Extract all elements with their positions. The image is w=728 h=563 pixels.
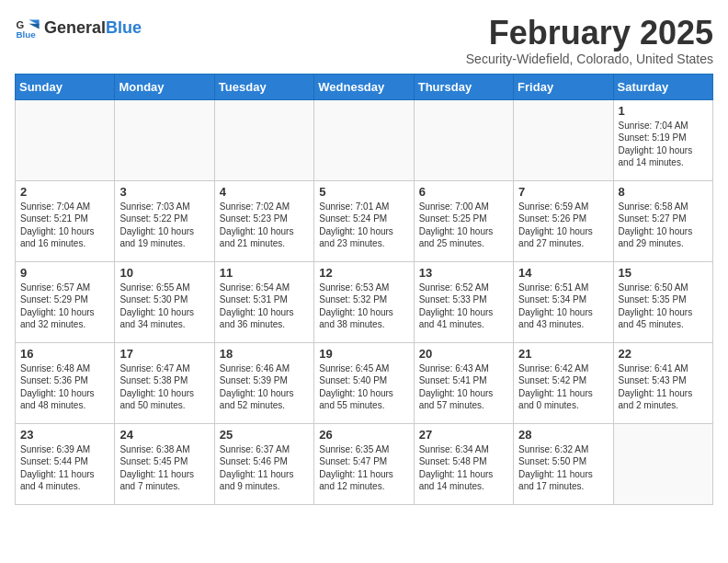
calendar-cell (115, 99, 214, 180)
calendar-cell: 13Sunrise: 6:52 AMSunset: 5:33 PMDayligh… (414, 261, 513, 342)
day-info: Sunset: 5:24 PM (319, 213, 408, 225)
day-info: Sunset: 5:48 PM (419, 455, 508, 468)
day-info: and 57 minutes. (419, 399, 508, 412)
day-info: Sunrise: 6:59 AM (518, 201, 608, 213)
day-info: Daylight: 11 hours (119, 468, 209, 481)
day-info: Sunset: 5:44 PM (20, 455, 109, 468)
day-number: 13 (419, 266, 508, 280)
day-info: Daylight: 11 hours (619, 387, 708, 400)
day-info: Sunrise: 6:58 AM (619, 201, 708, 213)
calendar-cell: 23Sunrise: 6:39 AMSunset: 5:44 PMDayligh… (16, 423, 115, 504)
day-number: 2 (20, 185, 109, 199)
day-info: Sunrise: 7:00 AM (419, 201, 508, 213)
day-info: Sunset: 5:30 PM (119, 293, 209, 306)
calendar-cell: 25Sunrise: 6:37 AMSunset: 5:46 PMDayligh… (214, 423, 313, 504)
day-info: and 48 minutes. (20, 399, 109, 412)
day-info: Sunrise: 6:50 AM (619, 282, 708, 294)
day-number: 3 (119, 185, 209, 199)
day-info: and 7 minutes. (119, 480, 209, 493)
calendar-table: SundayMondayTuesdayWednesdayThursdayFrid… (15, 74, 713, 505)
day-info: Sunrise: 6:35 AM (319, 443, 408, 456)
day-info: and 0 minutes. (518, 399, 608, 412)
calendar-cell: 16Sunrise: 6:48 AMSunset: 5:36 PMDayligh… (16, 342, 115, 423)
day-info: Sunset: 5:36 PM (20, 374, 109, 387)
day-info: Sunrise: 6:41 AM (619, 362, 708, 375)
calendar-cell (314, 99, 414, 180)
day-info: Sunrise: 6:42 AM (518, 362, 608, 375)
day-info: Daylight: 10 hours (319, 306, 408, 319)
day-info: Sunrise: 7:04 AM (20, 201, 109, 213)
calendar-cell: 11Sunrise: 6:54 AMSunset: 5:31 PMDayligh… (214, 261, 313, 342)
day-info: Daylight: 10 hours (220, 225, 309, 238)
day-info: Sunrise: 6:55 AM (119, 282, 209, 294)
day-info: Sunset: 5:42 PM (518, 374, 608, 387)
calendar-week-5: 23Sunrise: 6:39 AMSunset: 5:44 PMDayligh… (16, 423, 713, 504)
calendar-cell (514, 99, 613, 180)
day-info: Sunset: 5:31 PM (220, 293, 309, 306)
calendar-cell: 9Sunrise: 6:57 AMSunset: 5:29 PMDaylight… (16, 261, 115, 342)
day-info: Sunrise: 7:02 AM (220, 201, 309, 213)
day-info: and 52 minutes. (220, 399, 309, 412)
day-info: Daylight: 10 hours (619, 144, 708, 157)
day-number: 11 (220, 266, 309, 280)
day-number: 10 (119, 266, 209, 280)
calendar-subtitle: Security-Widefield, Colorado, United Sta… (466, 52, 713, 66)
day-number: 23 (20, 428, 109, 442)
day-info: Daylight: 10 hours (319, 387, 408, 400)
calendar-cell: 28Sunrise: 6:32 AMSunset: 5:50 PMDayligh… (514, 423, 613, 504)
day-info: Daylight: 11 hours (518, 468, 608, 481)
calendar-cell: 1Sunrise: 7:04 AMSunset: 5:19 PMDaylight… (613, 99, 712, 180)
logo-blue: Blue (106, 18, 142, 37)
day-info: Sunrise: 6:47 AM (119, 362, 209, 375)
day-info: and 29 minutes. (619, 237, 708, 250)
day-info: Sunrise: 6:39 AM (20, 443, 109, 456)
day-info: Daylight: 10 hours (419, 225, 508, 238)
day-info: Sunrise: 6:53 AM (319, 282, 408, 294)
day-info: and 55 minutes. (319, 399, 408, 412)
day-info: Sunset: 5:26 PM (518, 213, 608, 225)
calendar-week-3: 9Sunrise: 6:57 AMSunset: 5:29 PMDaylight… (16, 261, 713, 342)
day-info: Sunset: 5:43 PM (619, 374, 708, 387)
calendar-cell: 3Sunrise: 7:03 AMSunset: 5:22 PMDaylight… (115, 180, 214, 261)
calendar-cell (414, 99, 513, 180)
day-of-week-wednesday: Wednesday (314, 74, 414, 99)
day-number: 27 (419, 428, 508, 442)
day-number: 4 (220, 185, 309, 199)
day-of-week-friday: Friday (514, 74, 613, 99)
day-info: Sunset: 5:46 PM (220, 455, 309, 468)
day-number: 9 (20, 266, 109, 280)
day-info: and 17 minutes. (518, 480, 608, 493)
day-info: Sunrise: 7:01 AM (319, 201, 408, 213)
day-info: Sunset: 5:39 PM (220, 374, 309, 387)
svg-text:Blue: Blue (16, 29, 36, 40)
day-number: 21 (518, 347, 608, 361)
day-number: 20 (419, 347, 508, 361)
day-number: 8 (619, 185, 708, 199)
day-info: Sunset: 5:29 PM (20, 293, 109, 306)
day-info: Sunset: 5:25 PM (419, 213, 508, 225)
calendar-cell: 10Sunrise: 6:55 AMSunset: 5:30 PMDayligh… (115, 261, 214, 342)
calendar-cell: 6Sunrise: 7:00 AMSunset: 5:25 PMDaylight… (414, 180, 513, 261)
day-number: 18 (220, 347, 309, 361)
day-info: Sunrise: 6:51 AM (518, 282, 608, 294)
day-number: 28 (518, 428, 608, 442)
logo-general: General (44, 18, 106, 37)
day-info: Daylight: 11 hours (20, 468, 109, 481)
calendar-cell: 21Sunrise: 6:42 AMSunset: 5:42 PMDayligh… (514, 342, 613, 423)
calendar-cell: 5Sunrise: 7:01 AMSunset: 5:24 PMDaylight… (314, 180, 414, 261)
day-info: Sunrise: 6:57 AM (20, 282, 109, 294)
day-info: and 34 minutes. (119, 318, 209, 331)
calendar-header-row: SundayMondayTuesdayWednesdayThursdayFrid… (16, 74, 713, 99)
day-info: Sunrise: 6:43 AM (419, 362, 508, 375)
day-info: and 14 minutes. (419, 480, 508, 493)
day-info: and 21 minutes. (220, 237, 309, 250)
day-info: Daylight: 11 hours (518, 387, 608, 400)
day-number: 22 (619, 347, 708, 361)
day-info: and 12 minutes. (319, 480, 408, 493)
logo: G Blue GeneralBlue (15, 15, 142, 40)
day-of-week-sunday: Sunday (16, 74, 115, 99)
calendar-cell: 27Sunrise: 6:34 AMSunset: 5:48 PMDayligh… (414, 423, 513, 504)
day-info: Daylight: 10 hours (20, 306, 109, 319)
day-info: and 32 minutes. (20, 318, 109, 331)
day-of-week-monday: Monday (115, 74, 214, 99)
